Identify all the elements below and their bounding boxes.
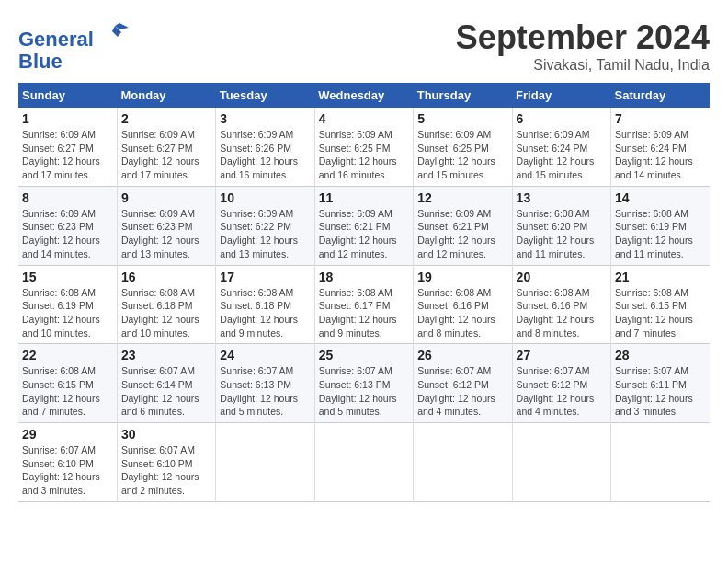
header-sunday: Sunday — [18, 83, 117, 108]
day-number: 21 — [615, 270, 706, 284]
calendar-cell: 14Sunrise: 6:08 AMSunset: 6:19 PMDayligh… — [611, 186, 710, 265]
day-detail: Sunrise: 6:09 AMSunset: 6:24 PMDaylight:… — [615, 128, 706, 182]
day-detail: Sunrise: 6:08 AMSunset: 6:19 PMDaylight:… — [22, 286, 113, 340]
day-number: 25 — [319, 348, 409, 362]
calendar-week-row: 8Sunrise: 6:09 AMSunset: 6:23 PMDaylight… — [18, 186, 710, 265]
logo-bird-icon — [101, 18, 129, 46]
calendar-cell: 7Sunrise: 6:09 AMSunset: 6:24 PMDaylight… — [611, 108, 710, 186]
calendar-week-row: 15Sunrise: 6:08 AMSunset: 6:19 PMDayligh… — [18, 265, 710, 344]
calendar-cell: 5Sunrise: 6:09 AMSunset: 6:25 PMDaylight… — [414, 108, 512, 186]
day-number: 1 — [22, 111, 113, 126]
day-detail: Sunrise: 6:09 AMSunset: 6:25 PMDaylight:… — [417, 128, 507, 182]
calendar-cell: 15Sunrise: 6:08 AMSunset: 6:19 PMDayligh… — [18, 265, 117, 344]
day-detail: Sunrise: 6:07 AMSunset: 6:10 PMDaylight:… — [22, 443, 113, 498]
day-detail: Sunrise: 6:08 AMSunset: 6:19 PMDaylight:… — [615, 207, 706, 261]
day-detail: Sunrise: 6:08 AMSunset: 6:16 PMDaylight:… — [417, 286, 507, 340]
logo: General Blue — [18, 18, 129, 73]
calendar-cell — [611, 423, 710, 502]
calendar-cell: 24Sunrise: 6:07 AMSunset: 6:13 PMDayligh… — [216, 344, 314, 423]
day-detail: Sunrise: 6:08 AMSunset: 6:17 PMDaylight:… — [319, 286, 409, 340]
header-row: SundayMondayTuesdayWednesdayThursdayFrid… — [18, 83, 710, 108]
calendar-cell: 9Sunrise: 6:09 AMSunset: 6:23 PMDaylight… — [117, 186, 215, 265]
day-number: 14 — [615, 190, 706, 205]
calendar-cell: 19Sunrise: 6:08 AMSunset: 6:16 PMDayligh… — [414, 265, 512, 344]
day-number: 6 — [517, 111, 607, 126]
calendar-cell: 16Sunrise: 6:08 AMSunset: 6:18 PMDayligh… — [117, 265, 215, 344]
calendar-cell: 29Sunrise: 6:07 AMSunset: 6:10 PMDayligh… — [18, 423, 117, 502]
calendar-cell — [314, 423, 413, 502]
calendar-table: SundayMondayTuesdayWednesdayThursdayFrid… — [18, 83, 710, 502]
day-number: 3 — [220, 111, 310, 126]
calendar-cell — [216, 423, 314, 502]
calendar-cell: 10Sunrise: 6:09 AMSunset: 6:22 PMDayligh… — [216, 186, 314, 265]
day-number: 15 — [22, 270, 113, 284]
title-block: September 2024 Sivakasi, Tamil Nadu, Ind… — [456, 18, 710, 74]
day-number: 7 — [615, 111, 706, 126]
day-number: 17 — [220, 270, 310, 284]
day-number: 26 — [417, 348, 507, 362]
day-detail: Sunrise: 6:07 AMSunset: 6:10 PMDaylight:… — [121, 443, 211, 498]
day-detail: Sunrise: 6:08 AMSunset: 6:18 PMDaylight:… — [220, 286, 310, 340]
day-detail: Sunrise: 6:09 AMSunset: 6:25 PMDaylight:… — [319, 128, 409, 182]
location: Sivakasi, Tamil Nadu, India — [456, 57, 710, 74]
day-detail: Sunrise: 6:07 AMSunset: 6:12 PMDaylight:… — [417, 364, 507, 419]
calendar-cell: 23Sunrise: 6:07 AMSunset: 6:14 PMDayligh… — [117, 344, 215, 423]
calendar-cell: 27Sunrise: 6:07 AMSunset: 6:12 PMDayligh… — [512, 344, 610, 423]
day-number: 18 — [319, 270, 409, 284]
day-detail: Sunrise: 6:08 AMSunset: 6:15 PMDaylight:… — [22, 364, 113, 419]
day-number: 20 — [517, 270, 607, 284]
calendar-cell: 2Sunrise: 6:09 AMSunset: 6:27 PMDaylight… — [117, 108, 215, 186]
calendar-cell: 1Sunrise: 6:09 AMSunset: 6:27 PMDaylight… — [18, 108, 117, 186]
calendar-week-row: 22Sunrise: 6:08 AMSunset: 6:15 PMDayligh… — [18, 344, 710, 423]
calendar-week-row: 29Sunrise: 6:07 AMSunset: 6:10 PMDayligh… — [18, 423, 710, 502]
day-number: 4 — [319, 111, 409, 126]
calendar-cell: 22Sunrise: 6:08 AMSunset: 6:15 PMDayligh… — [18, 344, 117, 423]
calendar-cell: 25Sunrise: 6:07 AMSunset: 6:13 PMDayligh… — [314, 344, 413, 423]
calendar-cell — [414, 423, 512, 502]
month-title: September 2024 — [456, 18, 710, 57]
header-saturday: Saturday — [611, 83, 710, 108]
calendar-cell: 4Sunrise: 6:09 AMSunset: 6:25 PMDaylight… — [314, 108, 413, 186]
day-number: 5 — [417, 111, 507, 126]
day-number: 28 — [615, 348, 706, 362]
calendar-week-row: 1Sunrise: 6:09 AMSunset: 6:27 PMDaylight… — [18, 108, 710, 186]
day-detail: Sunrise: 6:08 AMSunset: 6:18 PMDaylight:… — [121, 286, 211, 340]
day-number: 19 — [417, 270, 507, 284]
day-detail: Sunrise: 6:08 AMSunset: 6:15 PMDaylight:… — [615, 286, 706, 340]
day-detail: Sunrise: 6:08 AMSunset: 6:20 PMDaylight:… — [517, 207, 607, 261]
header-friday: Friday — [512, 83, 610, 108]
day-detail: Sunrise: 6:09 AMSunset: 6:22 PMDaylight:… — [220, 207, 310, 261]
page-header: General Blue September 2024 Sivakasi, Ta… — [18, 18, 710, 74]
day-detail: Sunrise: 6:09 AMSunset: 6:21 PMDaylight:… — [417, 207, 507, 261]
day-detail: Sunrise: 6:09 AMSunset: 6:26 PMDaylight:… — [220, 128, 310, 182]
day-detail: Sunrise: 6:07 AMSunset: 6:11 PMDaylight:… — [615, 364, 706, 419]
day-detail: Sunrise: 6:07 AMSunset: 6:12 PMDaylight:… — [517, 364, 607, 419]
day-number: 11 — [319, 190, 409, 205]
day-detail: Sunrise: 6:07 AMSunset: 6:13 PMDaylight:… — [220, 364, 310, 419]
day-number: 27 — [517, 348, 607, 362]
logo-general: General — [18, 28, 94, 51]
day-number: 12 — [417, 190, 507, 205]
day-number: 22 — [22, 348, 113, 362]
header-tuesday: Tuesday — [216, 83, 314, 108]
day-detail: Sunrise: 6:08 AMSunset: 6:16 PMDaylight:… — [517, 286, 607, 340]
calendar-cell: 3Sunrise: 6:09 AMSunset: 6:26 PMDaylight… — [216, 108, 314, 186]
calendar-cell: 21Sunrise: 6:08 AMSunset: 6:15 PMDayligh… — [611, 265, 710, 344]
day-number: 29 — [22, 427, 113, 442]
calendar-cell: 13Sunrise: 6:08 AMSunset: 6:20 PMDayligh… — [512, 186, 610, 265]
calendar-cell: 20Sunrise: 6:08 AMSunset: 6:16 PMDayligh… — [512, 265, 610, 344]
day-detail: Sunrise: 6:07 AMSunset: 6:14 PMDaylight:… — [121, 364, 211, 419]
calendar-cell: 11Sunrise: 6:09 AMSunset: 6:21 PMDayligh… — [314, 186, 413, 265]
day-detail: Sunrise: 6:09 AMSunset: 6:23 PMDaylight:… — [22, 207, 113, 261]
day-number: 30 — [121, 427, 211, 442]
day-detail: Sunrise: 6:09 AMSunset: 6:21 PMDaylight:… — [319, 207, 409, 261]
calendar-cell: 17Sunrise: 6:08 AMSunset: 6:18 PMDayligh… — [216, 265, 314, 344]
day-number: 16 — [121, 270, 211, 284]
day-number: 13 — [517, 190, 607, 205]
day-number: 2 — [121, 111, 211, 126]
day-detail: Sunrise: 6:09 AMSunset: 6:27 PMDaylight:… — [22, 128, 113, 182]
calendar-cell: 12Sunrise: 6:09 AMSunset: 6:21 PMDayligh… — [414, 186, 512, 265]
day-detail: Sunrise: 6:07 AMSunset: 6:13 PMDaylight:… — [319, 364, 409, 419]
calendar-cell: 18Sunrise: 6:08 AMSunset: 6:17 PMDayligh… — [314, 265, 413, 344]
calendar-cell: 28Sunrise: 6:07 AMSunset: 6:11 PMDayligh… — [611, 344, 710, 423]
